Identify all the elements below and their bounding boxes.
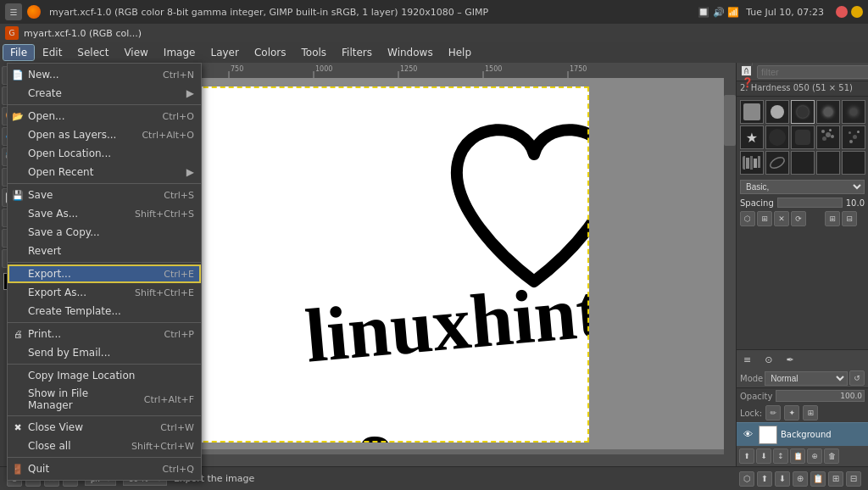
menu-item-save[interactable]: 💾 Save Ctrl+S	[8, 186, 201, 204]
brush-cell-12[interactable]	[765, 151, 789, 175]
tab-paths[interactable]: ✒	[779, 350, 800, 369]
create-arrow: ▶	[186, 87, 194, 99]
brush-preset-bar: Basic,	[737, 178, 868, 196]
spacing-value: 10.0	[846, 198, 865, 208]
menu-item-save-copy[interactable]: Save a Copy...	[8, 223, 201, 242]
quit-icon: 🚪	[11, 464, 25, 475]
layer-item-background[interactable]: 👁 Background	[737, 422, 868, 446]
menu-help[interactable]: Help	[442, 45, 478, 60]
layer-anchor-btn[interactable]: ⊕	[807, 448, 822, 464]
show-fm-shortcut: Ctrl+Alt+F	[127, 394, 194, 405]
file-dropdown-menu: 📄 New... Ctrl+N Create ▶ 📂 Open... Ctrl+…	[7, 63, 202, 481]
menu-select[interactable]: Select	[70, 45, 115, 60]
menu-item-quit[interactable]: 🚪 Quit Ctrl+Q	[8, 459, 201, 478]
menu-item-show-file-manager[interactable]: Show in File Manager Ctrl+Alt+F	[8, 385, 201, 414]
menu-file[interactable]: File	[3, 45, 34, 60]
brush-cell-1[interactable]	[740, 100, 764, 124]
menu-item-new[interactable]: 📄 New... Ctrl+N	[8, 65, 201, 84]
menu-tools[interactable]: Tools	[295, 45, 334, 60]
lock-position-btn[interactable]: ✦	[784, 405, 799, 420]
save-shortcut: Ctrl+S	[147, 190, 194, 201]
brush-cell-3[interactable]	[791, 100, 815, 124]
menu-item-revert[interactable]: Revert	[8, 242, 201, 260]
menu-item-print[interactable]: 🖨 Print... Ctrl+P	[8, 325, 201, 343]
menu-icon[interactable]: ☰	[5, 3, 22, 20]
br-btn-3[interactable]: ⬇	[775, 471, 790, 487]
menu-item-open-recent[interactable]: Open Recent ▶	[8, 163, 201, 181]
menu-image[interactable]: Image	[157, 45, 203, 60]
br-btn-5[interactable]: 📋	[810, 471, 826, 487]
menu-layer[interactable]: Layer	[203, 45, 245, 60]
menu-item-close-all[interactable]: Close all Shift+Ctrl+W	[8, 437, 201, 455]
lock-alpha-btn[interactable]: ⊞	[803, 405, 818, 420]
menu-filters[interactable]: Filters	[335, 45, 379, 60]
menu-item-open-layers[interactable]: Open as Layers... Ctrl+Alt+O	[8, 125, 201, 144]
mode-select[interactable]: Normal	[765, 371, 848, 386]
brush-cell-8[interactable]	[791, 125, 815, 149]
brush-cell-7[interactable]	[765, 125, 789, 149]
brush-tool-2[interactable]: ⊞	[757, 211, 772, 226]
sep-5	[8, 364, 201, 365]
close-button[interactable]	[836, 6, 848, 18]
sep-7	[8, 457, 201, 458]
br-btn-6[interactable]: ⊞	[828, 471, 843, 487]
close-view-label: Close View	[28, 421, 83, 433]
br-btn-2[interactable]: ⬆	[757, 471, 772, 487]
menu-item-create[interactable]: Create ▶	[8, 84, 201, 103]
close-view-shortcut: Ctrl+W	[143, 422, 194, 433]
menu-item-send-email[interactable]: Send by Email...	[8, 343, 201, 362]
brush-cell-2[interactable]	[765, 100, 789, 124]
brush-tool-3[interactable]: ✕	[774, 211, 789, 226]
menu-item-export[interactable]: Export... Ctrl+E	[8, 264, 201, 283]
menu-item-create-template[interactable]: Create Template...	[8, 302, 201, 320]
minimize-button[interactable]	[851, 6, 863, 18]
layer-duplicate-btn[interactable]: 📋	[790, 448, 805, 464]
menu-item-copy-location[interactable]: Copy Image Location	[8, 366, 201, 385]
close-all-label: Close all	[28, 440, 71, 452]
brush-cell-9[interactable]	[816, 125, 840, 149]
menu-item-close-view[interactable]: ✖ Close View Ctrl+W	[8, 418, 201, 437]
brush-cell-14[interactable]	[816, 151, 840, 175]
brush-cell-15[interactable]	[842, 151, 865, 175]
layer-delete-btn[interactable]: 🗑	[824, 448, 839, 464]
lock-pixels-btn[interactable]: ✏	[765, 405, 781, 420]
brush-cell-11[interactable]	[740, 151, 764, 175]
brush-cell-6[interactable]: ★	[740, 125, 764, 149]
print-label: Print...	[28, 328, 61, 340]
tab-layers[interactable]: ≡	[737, 350, 758, 369]
menu-colors[interactable]: Colors	[248, 45, 293, 60]
br-btn-4[interactable]: ⊕	[793, 471, 808, 487]
brush-preset-select[interactable]: Basic,	[740, 180, 865, 194]
brush-tool-5[interactable]: ⊞	[825, 211, 840, 226]
menu-edit[interactable]: Edit	[36, 45, 69, 60]
layer-new-btn[interactable]: ⬆	[739, 448, 754, 464]
br-btn-7[interactable]: ⊟	[846, 471, 861, 487]
menu-windows[interactable]: Windows	[381, 45, 440, 60]
brush-cell-10[interactable]	[842, 125, 865, 149]
brush-tool-4[interactable]: ⟳	[791, 211, 806, 226]
reset-mode-button[interactable]: ↺	[849, 370, 865, 386]
vertical-scrollbar[interactable]	[724, 78, 736, 454]
brush-cell-5[interactable]	[842, 100, 865, 124]
br-btn-1[interactable]: ⬡	[739, 471, 754, 487]
menu-item-open-location[interactable]: Open Location...	[8, 144, 201, 163]
firefox-icon	[27, 5, 41, 19]
layer-visibility-icon[interactable]: 👁	[740, 427, 755, 443]
menu-item-export-as[interactable]: Export As... Shift+Ctrl+E	[8, 283, 201, 302]
brush-tool-6[interactable]: ⊟	[842, 211, 857, 226]
menu-item-save-as[interactable]: Save As... Shift+Ctrl+S	[8, 204, 201, 223]
layer-lower-btn[interactable]: ↕	[773, 448, 788, 464]
menu-view[interactable]: View	[117, 45, 154, 60]
gimp-titlebar: G myart.xcf-1.0 (RGB col...)	[0, 24, 868, 42]
brush-cell-4[interactable]	[816, 100, 840, 124]
layer-raise-btn[interactable]: ⬇	[756, 448, 771, 464]
opacity-slider[interactable]: 100.0	[776, 390, 865, 402]
spacing-slider[interactable]	[777, 198, 843, 208]
brush-filter-input[interactable]	[757, 65, 868, 79]
tab-channels[interactable]: ⊙	[758, 350, 779, 369]
open-layers-shortcut: Ctrl+Alt+O	[125, 130, 194, 141]
brush-cell-13[interactable]	[791, 151, 815, 175]
brush-tool-1[interactable]: ⬡	[740, 211, 755, 226]
close-view-icon: ✖	[11, 422, 25, 433]
menu-item-open[interactable]: 📂 Open... Ctrl+O	[8, 107, 201, 125]
